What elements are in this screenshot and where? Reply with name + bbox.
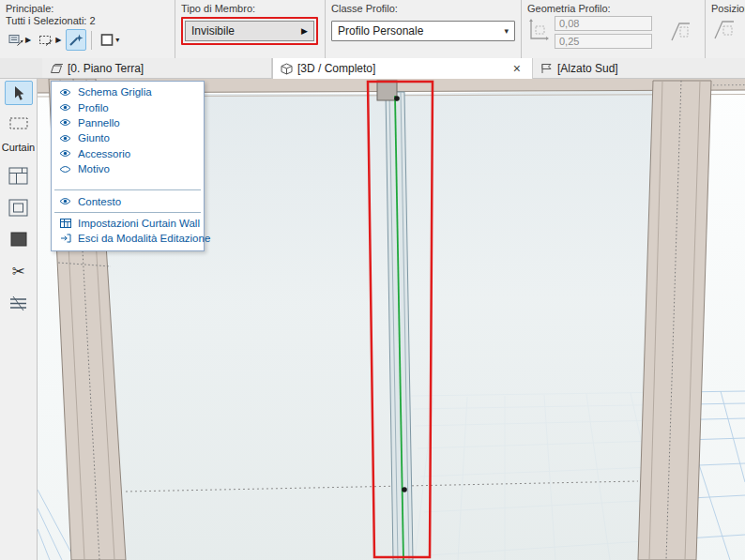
elevation-icon [540, 63, 553, 74]
layers-icon [8, 295, 28, 311]
menu-item-profilo[interactable]: Profilo [52, 99, 204, 114]
info-toolbar: Principale: Tutti i Selezionati: 2 ▶ ▶ ▾ [0, 0, 745, 58]
menu-item-accessorio[interactable]: Accessorio [52, 146, 204, 161]
settings-grid-icon [58, 219, 72, 228]
menu-item-contesto[interactable]: Contesto [52, 193, 204, 208]
menu-item-pannello[interactable]: Pannello [52, 115, 204, 130]
dropdown-caret-icon: ▾ [115, 36, 119, 44]
menu-item-label: Giunto [78, 132, 110, 144]
curtain-accessory-tool[interactable] [5, 291, 33, 315]
tab-piano-terra[interactable]: [0. Piano Terra] [42, 58, 272, 78]
section-label-posizione: Posizione s [711, 3, 739, 14]
toolbar-section-geometria: Geometria Profilo: [522, 0, 706, 58]
selection-status: Tutti i Selezionati: 2 [6, 15, 169, 26]
toolbar-section-tipo-membro: Tipo di Membro: Invisibile ▶ [175, 0, 326, 58]
edit-node-bottom[interactable] [402, 487, 407, 492]
curtain-frame-tool[interactable] [5, 195, 33, 219]
toolbar-section-principale: Principale: Tutti i Selezionati: 2 ▶ ▶ ▾ [0, 0, 175, 58]
profile-geometry-alt-icon [669, 18, 692, 46]
menu-item-esci-modalita-editazione[interactable]: Esci da Modalità Editazione [52, 231, 204, 246]
tab-3d-completo[interactable]: [3D / Completo] × [272, 58, 533, 79]
section-label-principale: Principale: [6, 3, 169, 14]
dropdown-caret-icon: ▶ [25, 36, 31, 44]
menu-item-label: Accessorio [78, 148, 130, 159]
frame-display-button[interactable]: ▾ [97, 29, 122, 51]
edit-scheme-tool-button[interactable]: ▶ [6, 29, 34, 51]
menu-item-label: Schema Griglia [78, 86, 152, 98]
menu-item-label: Profilo [78, 102, 109, 114]
section-label-geometria: Geometria Profilo: [527, 3, 699, 14]
combo-chevron-icon: ▾ [504, 26, 509, 36]
position-icon [711, 18, 736, 42]
edit-node-top[interactable] [394, 96, 400, 101]
member-type-value: Invisibile [191, 24, 235, 38]
menu-separator [54, 212, 201, 213]
marquee-mode-icon [38, 34, 54, 47]
menu-item-label: Impostazioni Curtain Wall [78, 218, 200, 229]
toolbar-section-posizione: Posizione s [706, 0, 745, 58]
exit-icon [58, 234, 72, 243]
3d-viewport[interactable]: Schema Griglia Profilo Pannello Giunto A… [38, 79, 745, 560]
curtain-scheme-icon [8, 167, 28, 185]
pickup-parameters-button[interactable] [66, 29, 86, 51]
tab-label: [3D / Completo] [297, 62, 375, 75]
section-label-tipo-membro: Tipo di Membro: [181, 3, 319, 14]
popup-arrow-icon: ▶ [301, 26, 308, 36]
close-tab-button[interactable]: × [509, 62, 525, 75]
curtain-frame-icon [8, 199, 28, 217]
marquee-tool[interactable] [5, 111, 33, 135]
profile-geometry-icon [527, 18, 551, 46]
menu-item-label: Esci da Modalità Editazione [78, 233, 210, 244]
menu-item-label: Contesto [78, 196, 121, 207]
eye-icon [58, 149, 72, 158]
marquee-mode-button[interactable]: ▶ [36, 29, 64, 51]
marquee-icon [9, 117, 28, 129]
menu-item-schema-griglia[interactable]: Schema Griglia [52, 84, 204, 99]
toolbar-divider [91, 31, 92, 50]
edit-scheme-icon [8, 34, 24, 47]
eye-icon [58, 134, 72, 143]
profile-class-combobox[interactable]: Profilo Personale ▾ [331, 21, 515, 41]
eye-icon [58, 118, 72, 127]
magic-wand-icon [68, 33, 84, 47]
curtain-palette-label: Curtain [2, 142, 35, 153]
member-type-dropdown[interactable]: Invisibile ▶ [185, 21, 314, 41]
curtain-junction-tool[interactable]: ✂ [5, 259, 33, 283]
geometry-width-field[interactable] [555, 16, 652, 31]
frame-square-icon [99, 33, 114, 47]
toolbar-section-classe-profilo: Classe Profilo: Profilo Personale ▾ [326, 0, 522, 58]
archicad-window: Principale: Tutti i Selezionati: 2 ▶ ▶ ▾ [0, 0, 745, 560]
menu-item-giunto[interactable]: Giunto [52, 130, 204, 145]
3d-box-icon [281, 63, 293, 75]
toolbox-sidebar: Curtain ✂ [0, 79, 38, 560]
dropdown-caret-icon: ▶ [55, 36, 61, 44]
view-tabbar: [0. Piano Terra] [3D / Completo] × [Alza… [0, 58, 745, 79]
tab-label: [0. Piano Terra] [68, 62, 144, 75]
tab-label: [Alzato Sud] [557, 62, 618, 75]
eye-icon [58, 88, 72, 97]
story-icon [50, 63, 63, 74]
mullion-anchor-cap [377, 81, 397, 100]
menu-item-label: Pannello [78, 117, 120, 129]
tabbar-spacer [0, 58, 42, 78]
context-menu: Schema Griglia Profilo Pannello Giunto A… [51, 81, 205, 251]
tab-alzato-sud[interactable]: [Alzato Sud] [533, 58, 745, 78]
arrow-cursor-icon [12, 85, 25, 101]
curtain-panel-tool[interactable] [5, 227, 33, 251]
profile-class-value: Profilo Personale [338, 24, 423, 38]
eye-icon [58, 197, 72, 205]
tutorial-highlight-box: Invisibile ▶ [181, 17, 318, 45]
arrow-select-tool[interactable] [5, 81, 33, 105]
eye-icon [58, 103, 72, 112]
menu-item-impostazioni-curtain-wall[interactable]: Impostazioni Curtain Wall [52, 216, 204, 231]
geometry-depth-field[interactable] [555, 34, 652, 49]
menu-separator [54, 189, 201, 190]
eye-closed-icon [58, 165, 72, 174]
menu-item-motivo[interactable]: Motivo [52, 161, 204, 176]
section-label-classe-profilo: Classe Profilo: [331, 3, 515, 14]
menu-item-label: Motivo [78, 163, 110, 174]
curtain-panel-icon [9, 231, 28, 248]
curtain-scheme-tool[interactable] [5, 163, 33, 188]
scissors-icon: ✂ [11, 262, 24, 281]
